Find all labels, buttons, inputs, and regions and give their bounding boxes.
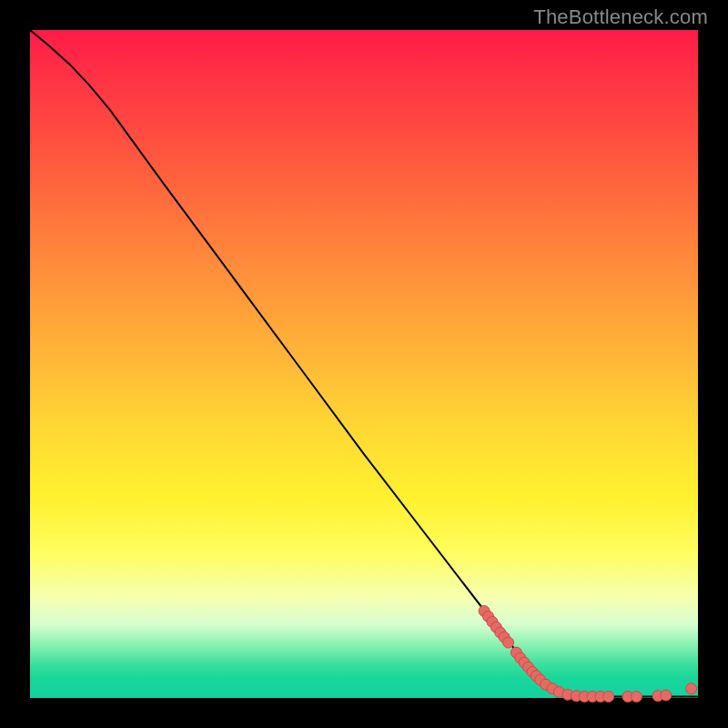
svg-point-22 xyxy=(603,692,614,703)
svg-point-27 xyxy=(686,683,697,694)
data-markers xyxy=(479,606,697,703)
chart-overlay xyxy=(30,30,698,698)
svg-point-24 xyxy=(631,692,642,703)
chart-stage: TheBottleneck.com xyxy=(0,0,728,728)
curve-line xyxy=(30,30,698,697)
watermark-text: TheBottleneck.com xyxy=(533,5,708,29)
svg-point-6 xyxy=(503,637,514,648)
svg-point-26 xyxy=(661,690,672,701)
